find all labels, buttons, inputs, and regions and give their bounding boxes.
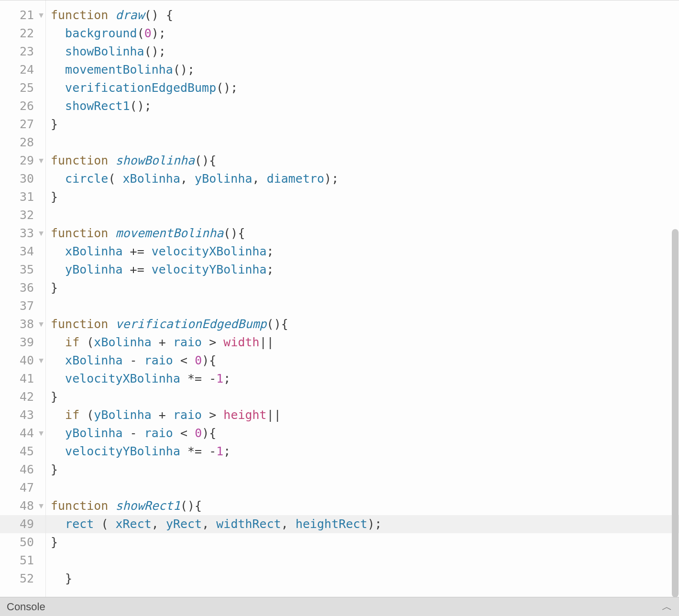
fold-triangle-icon[interactable]: ▼ [39,424,44,442]
code-line[interactable] [46,0,679,6]
code-line[interactable]: xBolinha += velocityXBolinha; [46,242,679,261]
line-number[interactable]: 35 [0,261,45,279]
line-number[interactable]: 40▼ [0,352,45,370]
line-number[interactable]: 25 [0,79,45,97]
line-number[interactable]: 27 [0,115,45,133]
line-number[interactable]: 24 [0,61,45,79]
line-number[interactable]: 52 [0,570,45,588]
code-line[interactable]: if (xBolinha + raio > width|| [46,333,679,352]
line-number[interactable]: 47 [0,479,45,497]
line-number[interactable]: 26 [0,97,45,115]
line-number[interactable]: 50 [0,533,45,551]
fold-triangle-icon[interactable]: ▼ [39,224,44,242]
code-line[interactable]: velocityXBolinha *= -1; [46,370,679,388]
line-number[interactable]: 48▼ [0,497,45,515]
code-line[interactable]: } [46,388,679,406]
line-number[interactable]: 43 [0,406,45,424]
code-line[interactable]: } [46,533,679,551]
line-number[interactable]: 36 [0,279,45,297]
scrollbar-thumb[interactable] [672,229,679,597]
line-number[interactable]: 45 [0,442,45,461]
line-number[interactable]: 49 [0,515,45,533]
line-number[interactable]: 28 [0,133,45,152]
code-line[interactable]: } [46,188,679,206]
line-number[interactable]: 46 [0,461,45,479]
code-line[interactable] [46,297,679,315]
line-number[interactable]: 51 [0,551,45,570]
line-number[interactable]: 20 [0,0,45,6]
code-line[interactable]: } [46,570,679,588]
code-line[interactable]: showRect1(); [46,97,679,115]
code-line[interactable]: xBolinha - raio < 0){ [46,352,679,370]
line-number[interactable]: 39 [0,333,45,352]
line-number[interactable]: 30 [0,170,45,188]
code-line[interactable] [46,133,679,152]
line-number[interactable]: 33▼ [0,224,45,242]
code-line[interactable]: rect ( xRect, yRect, widthRect, heightRe… [46,515,679,533]
code-line[interactable]: circle( xBolinha, yBolinha, diametro); [46,170,679,188]
code-area[interactable]: function draw() { background(0); showBol… [46,0,679,597]
code-line[interactable] [46,479,679,497]
code-line[interactable]: function showBolinha(){ [46,152,679,170]
code-line[interactable]: function movementBolinha(){ [46,224,679,242]
code-line[interactable] [46,206,679,224]
line-number[interactable]: 21▼ [0,6,45,24]
code-line[interactable]: yBolinha += velocityYBolinha; [46,261,679,279]
line-number[interactable]: 23 [0,43,45,61]
code-editor: 2021▼2223242526272829▼30313233▼343536373… [0,0,679,616]
fold-triangle-icon[interactable]: ▼ [39,352,44,370]
editor-pane[interactable]: 2021▼2223242526272829▼30313233▼343536373… [0,0,679,597]
code-line[interactable] [46,551,679,570]
line-number[interactable]: 31 [0,188,45,206]
code-line[interactable]: yBolinha - raio < 0){ [46,424,679,442]
line-number[interactable]: 44▼ [0,424,45,442]
line-number[interactable]: 37 [0,297,45,315]
line-number[interactable]: 41 [0,370,45,388]
line-number[interactable]: 32 [0,206,45,224]
line-number[interactable]: 38▼ [0,315,45,333]
code-line[interactable]: function showRect1(){ [46,497,679,515]
code-line[interactable]: function verificationEdgedBump(){ [46,315,679,333]
code-line[interactable]: showBolinha(); [46,43,679,61]
code-line[interactable]: movementBolinha(); [46,61,679,79]
line-number[interactable]: 22 [0,24,45,43]
code-line[interactable]: } [46,461,679,479]
line-number-gutter[interactable]: 2021▼2223242526272829▼30313233▼343536373… [0,0,46,597]
fold-triangle-icon[interactable]: ▼ [39,6,44,24]
code-line[interactable]: velocityYBolinha *= -1; [46,442,679,461]
code-line[interactable]: verificationEdgedBump(); [46,79,679,97]
vertical-scrollbar[interactable] [671,0,679,597]
code-line[interactable]: if (yBolinha + raio > height|| [46,406,679,424]
line-number[interactable]: 34 [0,242,45,261]
console-label: Console [7,601,45,613]
line-number[interactable]: 29▼ [0,152,45,170]
code-line[interactable]: background(0); [46,24,679,43]
chevron-up-icon[interactable]: ︿ [662,600,672,614]
code-line[interactable]: } [46,279,679,297]
fold-triangle-icon[interactable]: ▼ [39,315,44,333]
code-line[interactable]: } [46,115,679,133]
fold-triangle-icon[interactable]: ▼ [39,497,44,515]
code-line[interactable]: function draw() { [46,6,679,24]
console-panel-header[interactable]: Console ︿ [0,597,679,616]
line-number[interactable]: 42 [0,388,45,406]
fold-triangle-icon[interactable]: ▼ [39,152,44,170]
